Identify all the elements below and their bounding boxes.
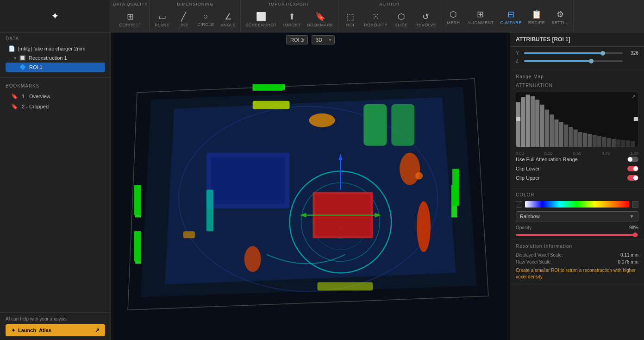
- svg-rect-6: [211, 157, 285, 204]
- clip-upper-row: Clip Upper: [516, 175, 638, 181]
- sidebar-bottom: AI can help with your analysis. ✦ Launch…: [0, 312, 111, 340]
- toolbar-item-screenshot[interactable]: ⬜ SCREENSHOT: [243, 10, 280, 29]
- screenshot-label: SCREENSHOT: [245, 23, 277, 27]
- toolbar-item-circle[interactable]: ○ CIRCLE: [194, 10, 217, 29]
- toolbar-item-line[interactable]: ╱ LINE: [173, 10, 194, 29]
- histogram[interactable]: ↗: [516, 92, 638, 147]
- toolbar-item-bookmark[interactable]: 🔖 BOOKMARK: [305, 10, 336, 29]
- svg-rect-60: [616, 139, 620, 147]
- toolbar-item-settings[interactable]: ⚙ SETTI...: [549, 7, 571, 27]
- toolbar-item-correct[interactable]: ⊞ CORRECT: [117, 10, 144, 29]
- toolbar-item-slice[interactable]: ⬡ SLICE: [391, 10, 412, 29]
- tree-item-roi1[interactable]: 🔷 ROI 1: [6, 63, 105, 72]
- histogram-svg: ↗: [516, 92, 638, 147]
- toolbar-group-data-quality: DATA QUALITY ⊞ CORRECT: [111, 0, 150, 32]
- compare-label: CoMPARE: [500, 20, 522, 25]
- clip-upper-toggle[interactable]: [627, 175, 638, 181]
- z-slider-thumb[interactable]: [589, 59, 594, 63]
- svg-rect-52: [578, 132, 582, 147]
- svg-rect-51: [573, 129, 577, 147]
- opacity-slider[interactable]: [516, 234, 638, 236]
- correct-label: CORRECT: [119, 23, 142, 27]
- svg-rect-13: [315, 194, 370, 236]
- color-bar-left-handle[interactable]: [516, 201, 522, 208]
- svg-rect-23: [451, 185, 457, 218]
- svg-rect-48: [559, 122, 563, 147]
- z-slider-track[interactable]: [524, 60, 623, 62]
- file-icon: 📄: [8, 45, 15, 52]
- raw-voxel-row: Raw Voxel Scale: 0.076 mm: [516, 259, 638, 264]
- clip-lower-label: Clip Lower: [516, 166, 540, 171]
- viewport[interactable]: ROI 1 ROI 2 3D 2D XY 2D XZ: [111, 32, 510, 340]
- svg-rect-59: [612, 139, 616, 147]
- bookmark-item-2[interactable]: 🔖 2 - Cropped: [6, 101, 105, 112]
- svg-rect-56: [597, 136, 601, 147]
- resolution-section: Resolution Information Displayed Voxel S…: [510, 240, 644, 284]
- view-selector[interactable]: 3D 2D XY 2D XZ: [312, 35, 335, 44]
- launch-btn-label: Launch: [18, 327, 36, 333]
- colormap-selected: Rainbow: [520, 214, 540, 219]
- color-bar-row: [516, 201, 638, 208]
- launch-atlas-button[interactable]: ✦ Launch Atlas ↗: [6, 324, 105, 336]
- toolbar-group-tools: ⬡ MESH ⊞ ALIGNMENT ⊟ CoMPARE 📋 RECIPE ⚙: [441, 0, 574, 32]
- svg-point-32: [417, 201, 431, 252]
- svg-rect-63: [631, 141, 635, 147]
- ct-visualization: [111, 32, 510, 340]
- slice-label: SLICE: [395, 23, 408, 27]
- displayed-voxel-row: Displayed Voxel Scale: 0.11 mm: [516, 252, 638, 258]
- screenshot-icon: ⬜: [256, 12, 266, 22]
- plane-icon: ▭: [158, 12, 166, 22]
- bookmark-icon-2: 🔖: [11, 103, 18, 110]
- logo-text: ✦: [51, 11, 59, 21]
- svg-rect-20: [135, 185, 141, 218]
- y-slider-track[interactable]: [524, 52, 623, 54]
- svg-rect-39: [516, 102, 520, 147]
- svg-point-33: [244, 246, 261, 272]
- svg-marker-17: [375, 213, 381, 217]
- svg-rect-28: [253, 101, 290, 109]
- bookmarks-section: BOOKMARKS 🔖 1 - Overview 🔖 2 - Cropped: [0, 80, 111, 115]
- colormap-dropdown[interactable]: Rainbow ▼: [516, 211, 638, 221]
- svg-rect-22: [253, 84, 285, 90]
- tree-item-root[interactable]: 📄 [mktg] fake mac charger 2mm: [6, 44, 105, 53]
- group-label-import-export: IMPORT/EXPORT: [243, 1, 336, 7]
- revolve-label: REVOLVE: [415, 23, 436, 27]
- toolbar-item-angle[interactable]: ∠ ANGLE: [218, 10, 238, 29]
- clip-lower-toggle[interactable]: [627, 166, 638, 171]
- line-label: LINE: [178, 23, 188, 27]
- toolbar-item-recipe[interactable]: 📋 RECIPE: [525, 7, 548, 27]
- attenuation-title: ATTENUATION: [516, 83, 638, 88]
- use-full-range-toggle[interactable]: [627, 157, 638, 162]
- toolbar-item-porosity[interactable]: ⁙ POROSITY: [362, 10, 391, 29]
- tree-label-root: [mktg] fake mac charger 2mm: [18, 46, 86, 51]
- svg-rect-40: [521, 97, 525, 147]
- roi-selector[interactable]: ROI 1 ROI 2: [286, 35, 308, 44]
- toolbar-item-roi[interactable]: ⬚ ROI: [340, 10, 361, 29]
- svg-rect-49: [564, 125, 568, 147]
- angle-icon: ∠: [225, 12, 232, 22]
- toolbar-item-compare[interactable]: ⊟ CoMPARE: [498, 7, 525, 27]
- range-map-title: Range Map: [516, 74, 638, 79]
- toolbar-item-plane[interactable]: ▭ PLANE: [152, 10, 172, 29]
- bookmark-item-1[interactable]: 🔖 1 - Overview: [6, 91, 105, 101]
- toolbar-item-import[interactable]: ⬆ IMPORT: [281, 10, 304, 29]
- toolbar-item-alignment[interactable]: ⊞ ALIGNMENT: [464, 7, 496, 27]
- use-full-range-row: Use Full Attenuation Range: [516, 157, 638, 162]
- ai-hint-text: AI can help with your analysis.: [6, 316, 105, 321]
- y-slider-thumb[interactable]: [600, 51, 605, 56]
- roi-icon: ⬚: [346, 12, 354, 22]
- clip-lower-knob: [633, 166, 638, 171]
- y-axis-label: Y: [516, 50, 521, 56]
- svg-point-10: [326, 210, 354, 238]
- svg-rect-12: [313, 192, 373, 238]
- svg-rect-62: [626, 140, 630, 147]
- opacity-slider-thumb[interactable]: [633, 233, 638, 237]
- import-label: IMPORT: [283, 23, 301, 27]
- tree-item-reconstruction[interactable]: ▾ 🔲 Reconstruction 1: [6, 53, 105, 63]
- toolbar-item-revolve[interactable]: ↺ REVOLVE: [413, 10, 439, 29]
- correct-icon: ⊞: [127, 12, 134, 22]
- circle-icon: ○: [203, 12, 208, 21]
- toolbar-item-mesh[interactable]: ⬡ MESH: [443, 7, 463, 27]
- opacity-value: 98%: [629, 225, 638, 230]
- color-bar-right-handle[interactable]: [632, 201, 638, 208]
